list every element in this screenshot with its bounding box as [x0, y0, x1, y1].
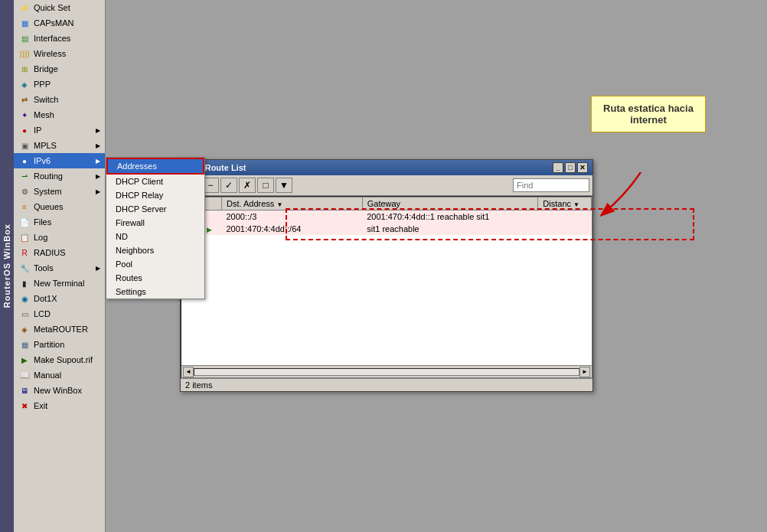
sidebar-item-lcd[interactable]: ▭ LCD — [14, 306, 105, 321]
cell-dst: 2000::/3 — [222, 211, 363, 224]
table-row[interactable]: AS ▶ 2000::/3 2001:470:4:4dd::1 reachabl… — [182, 211, 592, 224]
copy-button[interactable]: □ — [257, 178, 274, 193]
sidebar-item-manual[interactable]: 📖 Manual — [14, 367, 105, 383]
scroll-left-button[interactable]: ◄ — [183, 367, 194, 377]
mesh-icon: ✦ — [18, 109, 31, 121]
maximize-button[interactable]: □ — [565, 162, 576, 173]
sort-arrow-dst: ▼ — [276, 201, 282, 208]
sidebar-item-radius[interactable]: R RADIUS — [14, 245, 105, 260]
submenu-item-nd[interactable]: ND — [106, 230, 204, 243]
exit-icon: ✖ — [18, 400, 31, 412]
sidebar-item-dot1x[interactable]: ◉ Dot1X — [14, 291, 105, 306]
sidebar: ⚡ Quick Set ▦ CAPsMAN ▤ Interfaces )))) … — [14, 0, 106, 532]
radius-icon: R — [18, 246, 31, 259]
col-header-dist[interactable]: Distanc ▼ — [538, 197, 592, 211]
vertical-app-label: RouterOS WinBox — [0, 0, 14, 532]
window-titlebar: IPv6 Route List _ □ ✕ — [181, 160, 592, 175]
submenu-item-neighbors[interactable]: Neighbors — [106, 243, 204, 257]
scrollbar-track[interactable] — [194, 368, 579, 376]
sidebar-item-log[interactable]: 📋 Log — [14, 230, 105, 245]
mpls-icon: ▣ — [18, 139, 31, 152]
ipv6-submenu: Addresses DHCP Client DHCP Relay DHCP Se… — [106, 157, 205, 299]
system-arrow: ▶ — [96, 188, 100, 195]
terminal-icon: ▮ — [18, 277, 31, 289]
route-window: IPv6 Route List _ □ ✕ + − ✓ ✗ □ ▼ Dst. A… — [180, 159, 593, 392]
scroll-right-button[interactable]: ► — [579, 367, 590, 377]
submenu-item-routes[interactable]: Routes — [106, 271, 204, 285]
bridge-icon: ⊞ — [18, 63, 31, 75]
sidebar-item-ip[interactable]: ● IP ▶ — [14, 122, 105, 138]
interfaces-icon: ▤ — [18, 32, 31, 44]
ip-icon: ● — [18, 124, 31, 136]
sidebar-item-ppp[interactable]: ◈ PPP — [14, 77, 105, 92]
sidebar-item-metarouter[interactable]: ◈ MetaROUTER — [14, 321, 105, 337]
switch-icon: ⇄ — [18, 93, 31, 106]
submenu-item-dhcp-relay[interactable]: DHCP Relay — [106, 188, 204, 202]
find-box — [513, 178, 589, 192]
sidebar-item-files[interactable]: 📄 Files — [14, 214, 105, 230]
supout-icon: ▶ — [18, 354, 31, 366]
sidebar-item-queues[interactable]: ≡ Queues — [14, 199, 105, 214]
ipv6-arrow: ▶ — [96, 158, 100, 165]
caps-icon: ▦ — [18, 17, 31, 29]
cell-dist — [538, 223, 592, 235]
files-icon: 📄 — [18, 216, 31, 228]
annotation-tooltip: Ruta estatica hacia internet — [591, 96, 706, 132]
sidebar-item-quick-set[interactable]: ⚡ Quick Set — [14, 0, 105, 15]
sidebar-item-mpls[interactable]: ▣ MPLS ▶ — [14, 138, 105, 153]
sidebar-item-capsman[interactable]: ▦ CAPsMAN — [14, 15, 105, 31]
submenu-item-addresses[interactable]: Addresses — [106, 158, 204, 175]
cell-gw: sit1 reachable — [362, 223, 538, 235]
ipv6-icon: ● — [18, 155, 31, 167]
sidebar-item-bridge[interactable]: ⊞ Bridge — [14, 61, 105, 77]
submenu-item-dhcp-server[interactable]: DHCP Server — [106, 202, 204, 216]
window-footer: 2 items — [181, 378, 592, 391]
filter-button[interactable]: ▼ — [276, 178, 292, 193]
submenu-item-dhcp-client[interactable]: DHCP Client — [106, 175, 204, 188]
sidebar-item-system[interactable]: ⚙ System ▶ — [14, 184, 105, 199]
window-controls: _ □ ✕ — [553, 162, 588, 173]
sidebar-item-interfaces[interactable]: ▤ Interfaces — [14, 31, 105, 46]
col-header-dst[interactable]: Dst. Address ▼ — [222, 197, 363, 211]
winbox-icon: 🖥 — [18, 384, 31, 397]
sidebar-item-new-winbox[interactable]: 🖥 New WinBox — [14, 383, 105, 398]
minimize-button[interactable]: _ — [553, 162, 563, 173]
sidebar-item-partition[interactable]: ▦ Partition — [14, 337, 105, 352]
table-row[interactable]: DAC ▶ 2001:470:4:4dd::/64 sit1 reachable — [182, 223, 592, 235]
sidebar-item-tools[interactable]: 🔧 Tools ▶ — [14, 260, 105, 276]
sort-arrow-dist: ▼ — [573, 201, 579, 208]
sidebar-item-make-supout[interactable]: ▶ Make Supout.rif — [14, 352, 105, 367]
col-header-gw[interactable]: Gateway — [362, 197, 538, 211]
find-input[interactable] — [513, 178, 589, 192]
system-icon: ⚙ — [18, 185, 31, 197]
routing-icon: ⇀ — [18, 170, 31, 182]
cell-dst: 2001:470:4:4dd::/64 — [222, 223, 363, 235]
sidebar-item-ipv6[interactable]: ● IPv6 ▶ — [14, 153, 105, 168]
queues-icon: ≡ — [18, 201, 31, 213]
close-button[interactable]: ✕ — [577, 162, 588, 173]
manual-icon: 📖 — [18, 369, 31, 381]
window-toolbar: + − ✓ ✗ □ ▼ — [181, 175, 592, 196]
sidebar-item-wireless[interactable]: )))) Wireless — [14, 46, 105, 61]
cancel-button[interactable]: ✗ — [239, 178, 256, 193]
sidebar-item-routing[interactable]: ⇀ Routing ▶ — [14, 168, 105, 184]
log-icon: 📋 — [18, 231, 31, 243]
meta-icon: ◈ — [18, 323, 31, 335]
routing-arrow: ▶ — [96, 173, 100, 180]
sidebar-item-mesh[interactable]: ✦ Mesh — [14, 107, 105, 122]
submenu-item-pool[interactable]: Pool — [106, 257, 204, 271]
lcd-icon: ▭ — [18, 308, 31, 320]
dot1x-icon: ◉ — [18, 292, 31, 305]
wireless-icon: )))) — [18, 47, 31, 60]
sidebar-item-exit[interactable]: ✖ Exit — [14, 398, 105, 413]
submenu-item-firewall[interactable]: Firewall — [106, 216, 204, 230]
sidebar-item-switch[interactable]: ⇄ Switch — [14, 92, 105, 107]
route-table: Dst. Address ▼ Gateway Distanc ▼ — [181, 197, 592, 235]
lightning-icon: ⚡ — [18, 2, 31, 14]
horizontal-scrollbar[interactable]: ◄ ► — [181, 365, 592, 377]
table-scroll-area[interactable]: Dst. Address ▼ Gateway Distanc ▼ — [181, 197, 592, 365]
check-button[interactable]: ✓ — [220, 178, 237, 193]
sidebar-item-new-terminal[interactable]: ▮ New Terminal — [14, 276, 105, 291]
submenu-item-settings[interactable]: Settings — [106, 285, 204, 299]
cell-gw: 2001:470:4:4dd::1 reachable sit1 — [362, 211, 538, 224]
